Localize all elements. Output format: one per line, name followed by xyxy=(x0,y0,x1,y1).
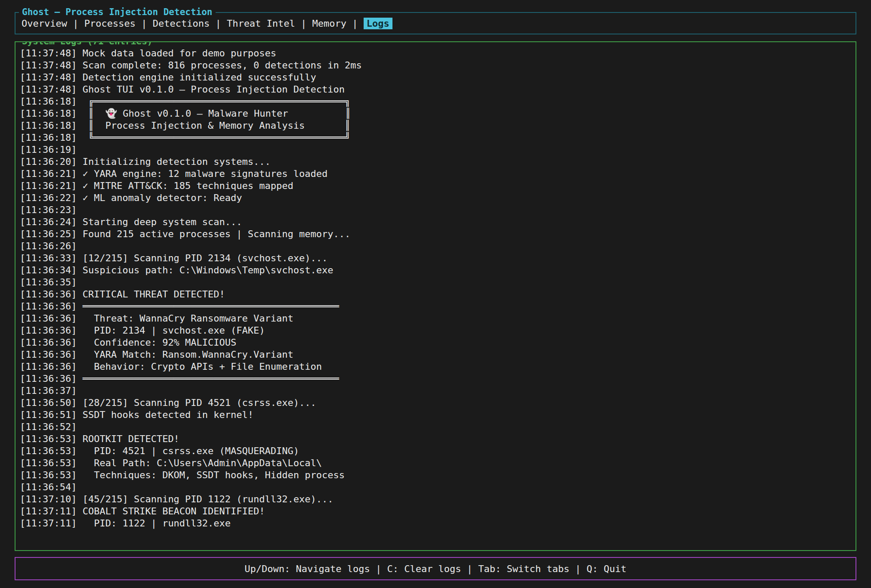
log-timestamp: [11:36:21] xyxy=(20,180,77,191)
log-entry: [11:36:54] xyxy=(20,481,851,493)
log-entry: [11:36:36] ═════════════════════════════… xyxy=(20,373,851,385)
log-message: Real Path: C:\Users\Admin\AppData\Local\ xyxy=(77,458,322,468)
log-timestamp: [11:36:22] xyxy=(20,192,77,203)
log-timestamp: [11:36:36] xyxy=(20,325,77,336)
log-entry: [11:36:36] Behavior: Crypto APIs + File … xyxy=(20,361,851,373)
log-entry: [11:36:53] Techniques: DKOM, SSDT hooks,… xyxy=(20,469,851,481)
log-timestamp: [11:37:10] xyxy=(20,494,77,504)
log-timestamp: [11:37:48] xyxy=(20,60,77,71)
log-message: Ghost TUI v0.1.0 — Process Injection Det… xyxy=(77,84,345,95)
log-timestamp: [11:37:48] xyxy=(20,72,77,83)
log-message: CRITICAL THREAT DETECTED! xyxy=(77,289,225,300)
log-message: ╚═══════════════════════════════════════… xyxy=(77,132,350,143)
tab-overview[interactable]: Overview xyxy=(22,18,67,29)
log-message: Suspicious path: C:\Windows\Temp\svchost… xyxy=(77,265,333,275)
log-timestamp: [11:36:53] xyxy=(20,470,77,480)
log-timestamp: [11:36:53] xyxy=(20,458,77,468)
log-timestamp: [11:36:21] xyxy=(20,168,77,179)
log-entry: [11:36:51] SSDT hooks detected in kernel… xyxy=(20,409,851,421)
tab-separator: | xyxy=(210,18,227,29)
log-message: Mock data loaded for demo purposes xyxy=(77,48,276,59)
log-message: ✓ MITRE ATT&CK: 185 techniques mapped xyxy=(77,180,293,191)
log-entry: [11:36:35] xyxy=(20,276,851,288)
log-list[interactable]: [11:37:48] Mock data loaded for demo pur… xyxy=(15,42,856,529)
tab-logs[interactable]: Logs xyxy=(364,18,392,29)
log-entry: [11:36:19] xyxy=(20,144,851,156)
log-message: COBALT STRIKE BEACON IDENTIFIED! xyxy=(77,506,265,517)
log-message: ║ Process Injection & Memory Analysis ║ xyxy=(77,120,350,131)
log-message: ║ 👻 Ghost v0.1.0 — Malware Hunter ║ xyxy=(77,108,351,119)
terminal-screen: Ghost — Process Injection Detection Over… xyxy=(0,0,871,588)
log-entry: [11:36:34] Suspicious path: C:\Windows\T… xyxy=(20,264,851,276)
log-message: Starting deep system scan... xyxy=(77,217,242,227)
log-timestamp: [11:36:23] xyxy=(20,204,77,215)
log-entry: [11:36:36] YARA Match: Ransom.WannaCry.V… xyxy=(20,349,851,361)
tab-separator: | xyxy=(295,18,312,29)
log-entry: [11:36:23] xyxy=(20,204,851,216)
log-message: Initializing detection systems... xyxy=(77,156,270,167)
log-message: Scan complete: 816 processes, 0 detectio… xyxy=(77,60,361,71)
tab-processes[interactable]: Processes xyxy=(84,18,136,29)
log-entry: [11:37:48] Mock data loaded for demo pur… xyxy=(20,47,851,59)
log-entry: [11:36:18] ╔════════════════════════════… xyxy=(20,96,851,108)
log-timestamp: [11:36:20] xyxy=(20,156,77,167)
log-timestamp: [11:36:18] xyxy=(20,108,77,119)
log-message: ════════════════════════════════════════… xyxy=(77,301,339,312)
log-entry: [11:36:18] ║ 👻 Ghost v0.1.0 — Malware Hu… xyxy=(20,108,851,120)
log-entry: [11:36:53] Real Path: C:\Users\Admin\App… xyxy=(20,457,851,469)
log-timestamp: [11:37:11] xyxy=(20,518,77,529)
log-message: ✓ YARA engine: 12 malware signatures loa… xyxy=(77,168,327,179)
log-entry: [11:36:37] xyxy=(20,385,851,397)
log-timestamp: [11:36:36] xyxy=(20,301,77,312)
log-message: [28/215] Scanning PID 4521 (csrss.exe)..… xyxy=(77,397,316,408)
tab-separator: | xyxy=(67,18,84,29)
log-entry: [11:36:53] PID: 4521 | csrss.exe (MASQUE… xyxy=(20,445,851,457)
log-timestamp: [11:36:18] xyxy=(20,120,77,131)
log-entry: [11:36:20] Initializing detection system… xyxy=(20,156,851,168)
log-timestamp: [11:36:52] xyxy=(20,421,77,432)
log-message: Detection engine initialized successfull… xyxy=(77,72,316,83)
tab-threat-intel[interactable]: Threat Intel xyxy=(227,18,295,29)
log-timestamp: [11:36:36] xyxy=(20,349,77,360)
log-entry: [11:36:36] Threat: WannaCry Ransomware V… xyxy=(20,313,851,325)
log-timestamp: [11:36:51] xyxy=(20,409,77,420)
log-entry: [11:36:21] ✓ MITRE ATT&CK: 185 technique… xyxy=(20,180,851,192)
log-message: Confidence: 92% MALICIOUS xyxy=(77,337,236,348)
log-timestamp: [11:36:35] xyxy=(20,277,77,288)
log-entry: [11:37:11] COBALT STRIKE BEACON IDENTIFI… xyxy=(20,505,851,517)
log-message: YARA Match: Ransom.WannaCry.Variant xyxy=(77,349,293,360)
tab-separator: | xyxy=(346,18,364,29)
log-message: Found 215 active processes | Scanning me… xyxy=(77,229,350,239)
log-entry: [11:37:48] Detection engine initialized … xyxy=(20,71,851,84)
log-entry: [11:36:33] [12/215] Scanning PID 2134 (s… xyxy=(20,252,851,264)
log-entry: [11:36:25] Found 215 active processes | … xyxy=(20,228,851,240)
log-entry: [11:36:21] ✓ YARA engine: 12 malware sig… xyxy=(20,168,851,180)
log-timestamp: [11:36:36] xyxy=(20,373,77,384)
keybind-help: Up/Down: Navigate logs | C: Clear logs |… xyxy=(244,563,626,574)
log-timestamp: [11:36:50] xyxy=(20,397,77,408)
app-title: Ghost — Process Injection Detection xyxy=(19,6,216,18)
logs-panel: System Logs (71 entries) [11:37:48] Mock… xyxy=(15,41,856,551)
log-entry: [11:37:48] Scan complete: 816 processes,… xyxy=(20,59,851,71)
log-entry: [11:36:26] xyxy=(20,240,851,252)
log-entry: [11:36:36] CRITICAL THREAT DETECTED! xyxy=(20,288,851,300)
log-timestamp: [11:37:11] xyxy=(20,506,77,517)
log-entry: [11:36:36] PID: 2134 | svchost.exe (FAKE… xyxy=(20,325,851,337)
tab-memory[interactable]: Memory xyxy=(312,18,346,29)
log-timestamp: [11:36:36] xyxy=(20,361,77,372)
log-entry: [11:36:36] Confidence: 92% MALICIOUS xyxy=(20,337,851,349)
log-message: [45/215] Scanning PID 1122 (rundll32.exe… xyxy=(77,494,333,504)
log-message: Techniques: DKOM, SSDT hooks, Hidden pro… xyxy=(77,470,345,480)
tab-separator: | xyxy=(136,18,153,29)
log-message: SSDT hooks detected in kernel! xyxy=(77,409,253,420)
log-timestamp: [11:36:36] xyxy=(20,289,77,300)
tab-bar: Ghost — Process Injection Detection Over… xyxy=(15,12,856,34)
log-timestamp: [11:36:26] xyxy=(20,241,77,251)
log-message: ROOTKIT DETECTED! xyxy=(77,433,179,444)
log-message: Behavior: Crypto APIs + File Enumeration xyxy=(77,361,322,372)
log-timestamp: [11:36:24] xyxy=(20,217,77,227)
tab-detections[interactable]: Detections xyxy=(153,18,210,29)
log-timestamp: [11:37:48] xyxy=(20,84,77,95)
log-message: PID: 4521 | csrss.exe (MASQUERADING) xyxy=(77,446,299,456)
log-timestamp: [11:36:36] xyxy=(20,337,77,348)
